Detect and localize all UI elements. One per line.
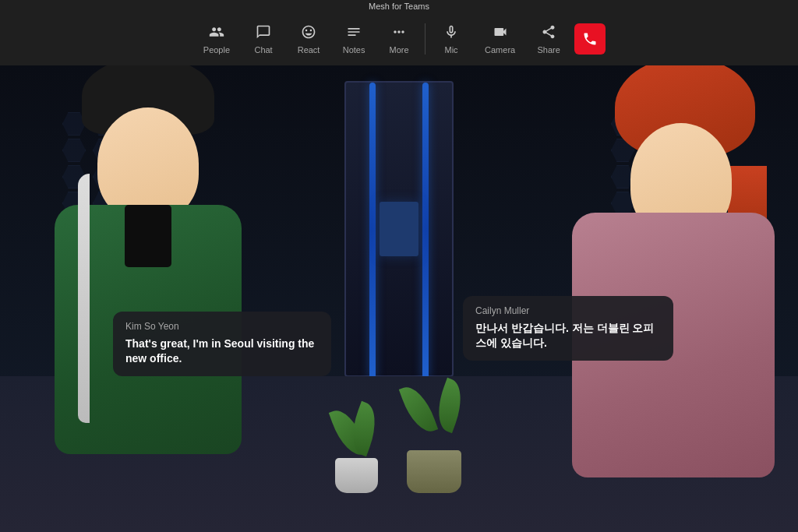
notes-icon bbox=[346, 24, 362, 42]
mic-button[interactable]: Mic bbox=[429, 19, 474, 59]
share-label: Share bbox=[538, 45, 560, 55]
toolbar: People Chat React bbox=[0, 12, 798, 65]
title-bar: Mesh for Teams bbox=[0, 0, 798, 12]
jacket-collar bbox=[125, 205, 171, 267]
more-label: More bbox=[390, 45, 409, 55]
avatar-left-body bbox=[31, 96, 265, 485]
notes-button[interactable]: Notes bbox=[331, 19, 376, 59]
window-title: Mesh for Teams bbox=[369, 2, 429, 11]
react-label: React bbox=[298, 45, 320, 55]
app: Mesh for Teams People Chat bbox=[0, 0, 798, 532]
jacket-stripe bbox=[78, 174, 90, 423]
chat-icon bbox=[256, 24, 271, 42]
bubble-left-name: Kim So Yeon bbox=[125, 321, 319, 332]
camera-button[interactable]: Camera bbox=[474, 19, 526, 59]
plant-center-pot bbox=[407, 450, 461, 493]
chat-button[interactable]: Chat bbox=[241, 19, 286, 59]
scene: Kim So Yeon That's great, I'm in Seoul v… bbox=[0, 65, 798, 532]
bubble-right-name: Cailyn Muller bbox=[475, 305, 661, 316]
people-label: People bbox=[203, 45, 230, 55]
plant-center-leaves bbox=[403, 376, 465, 454]
more-button[interactable]: More bbox=[376, 19, 422, 59]
avatar-left-head bbox=[97, 107, 199, 220]
speech-bubble-right: Cailyn Muller 만나서 반갑습니다. 저는 더블린 오피스에 있습니… bbox=[463, 296, 673, 361]
toolbar-right-group: Mic Camera Share bbox=[429, 19, 606, 59]
react-button[interactable]: React bbox=[286, 19, 331, 59]
mic-label: Mic bbox=[445, 45, 458, 55]
door-accent bbox=[380, 202, 418, 256]
share-button[interactable]: Share bbox=[526, 19, 571, 59]
end-call-button[interactable] bbox=[574, 23, 606, 55]
speech-bubble-left: Kim So Yeon That's great, I'm in Seoul v… bbox=[113, 312, 331, 376]
toolbar-divider bbox=[425, 23, 425, 55]
bubble-right-text: 만나서 반갑습니다. 저는 더블린 오피스에 있습니다. bbox=[475, 321, 661, 351]
plant-container bbox=[333, 376, 465, 493]
camera-icon bbox=[493, 24, 508, 42]
plant-center bbox=[403, 376, 465, 493]
share-icon bbox=[541, 24, 556, 42]
people-button[interactable]: People bbox=[192, 19, 241, 59]
door-stripe-right bbox=[422, 83, 429, 379]
more-icon bbox=[391, 24, 407, 42]
react-icon bbox=[301, 24, 316, 42]
plant-left-leaves bbox=[333, 400, 380, 462]
notes-label: Notes bbox=[343, 45, 365, 55]
bubble-left-text: That's great, I'm in Seoul visiting the … bbox=[125, 336, 319, 367]
plant-left-pot bbox=[335, 458, 378, 493]
avatar-right bbox=[447, 80, 798, 501]
chat-label: Chat bbox=[254, 45, 272, 55]
avatar-left bbox=[0, 80, 374, 485]
toolbar-left-group: People Chat React bbox=[192, 19, 422, 59]
camera-label: Camera bbox=[485, 45, 515, 55]
people-icon bbox=[209, 24, 224, 42]
plant-left bbox=[333, 400, 380, 493]
mic-icon bbox=[443, 24, 459, 42]
